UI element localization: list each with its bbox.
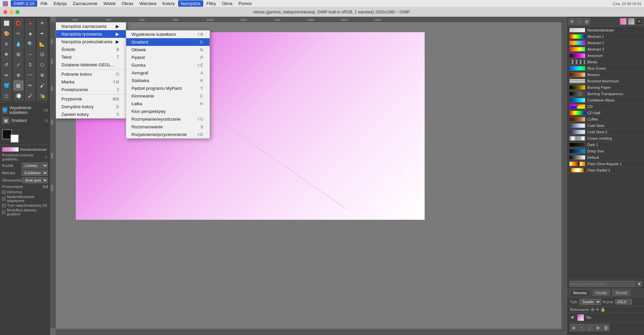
- repeat-select[interactable]: Brak (poszerzenie) Odbicie Sawtooth Wave: [22, 177, 48, 183]
- lock-position-icon[interactable]: ✢: [596, 307, 599, 312]
- foreground-select-tool[interactable]: ◈: [25, 28, 35, 39]
- menu-zamien-kolory[interactable]: Zamień kolory X: [56, 111, 126, 118]
- ink-tool[interactable]: 🖋: [25, 91, 35, 101]
- layer-delete-btn[interactable]: 🗑: [602, 324, 609, 331]
- perspective-tool[interactable]: ⬡: [37, 60, 47, 70]
- gradient-list-item[interactable]: Deep Sea: [567, 148, 644, 154]
- submenu-klonowanie[interactable]: Klonowanie C: [126, 92, 210, 100]
- transform-tool[interactable]: ↔: [25, 49, 35, 59]
- layer-visibility-icon[interactable]: 👁: [570, 315, 575, 320]
- eraser-tool[interactable]: ◻: [1, 91, 11, 101]
- flip-tool[interactable]: ⇔: [1, 70, 11, 80]
- paintbrush-tool[interactable]: 🖌: [37, 80, 47, 90]
- tag-input[interactable]: [569, 281, 635, 287]
- menu-okna[interactable]: Okna: [219, 0, 235, 7]
- submenu-aerograf[interactable]: Aerograf A: [126, 69, 210, 77]
- layer-lower-btn[interactable]: ↓: [586, 324, 593, 331]
- maximize-button[interactable]: [15, 10, 19, 14]
- ellipse-select-tool[interactable]: ⭕: [13, 18, 23, 28]
- menu-plik[interactable]: Plik: [38, 0, 50, 7]
- text-tool[interactable]: A: [1, 39, 11, 49]
- menu-przybornik[interactable]: Przybornik ⌘B: [56, 95, 126, 103]
- pencil-tool[interactable]: ✏: [25, 80, 35, 90]
- free-select-tool[interactable]: 🔺: [25, 18, 35, 28]
- gradient-list-item[interactable]: Coffee: [567, 116, 644, 123]
- submenu-rozjasnienie[interactable]: Rozjaśnienie/przyciemnienie ⇧D: [126, 131, 210, 138]
- mypaint-brush-tool[interactable]: 🎭: [37, 91, 47, 101]
- submenu-mypaint[interactable]: Pędzel programu MyPaint Y: [126, 84, 210, 92]
- submenu-gradient[interactable]: Gradient G: [126, 38, 210, 46]
- gradient-list-item[interactable]: CD: [567, 104, 644, 110]
- menu-narzedzia-rysowania[interactable]: Narzędzia rysowania ▶ Wypełnienie kubełk…: [56, 30, 126, 38]
- menu-sciezki[interactable]: Ścieżki B: [56, 46, 126, 53]
- layer-mode-select[interactable]: Zwykłe: [579, 299, 601, 305]
- gradient-list-item[interactable]: Buming Transparency: [567, 91, 644, 97]
- metric-select[interactable]: Euklidean: [21, 170, 48, 176]
- menu-gegl[interactable]: Działanie biblioteki GEGL...: [56, 61, 126, 69]
- gradient-list-item[interactable]: Default: [567, 154, 644, 161]
- menu-pobranie-koloru[interactable]: Pobranie koloru O: [56, 70, 126, 78]
- gradient-list-item[interactable]: Aneurism: [567, 53, 644, 59]
- tag-expand-btn[interactable]: ▼: [637, 281, 642, 286]
- scrollbar-horizontal[interactable]: [56, 330, 567, 335]
- menu-powiekszenie[interactable]: Powiększenie Z: [56, 86, 126, 93]
- align-tool[interactable]: ⊞: [13, 49, 23, 59]
- adaptive-checkbox[interactable]: [2, 197, 5, 201]
- close-swatch[interactable]: ✕: [636, 18, 643, 25]
- paths-tool[interactable]: ✒: [37, 28, 47, 39]
- lock-all-icon[interactable]: 🔒: [600, 307, 605, 312]
- panel-btn-3[interactable]: ▤: [583, 18, 590, 25]
- submenu-pedzel[interactable]: Pędzel P: [126, 54, 210, 61]
- layer-raise-btn[interactable]: ↑: [578, 324, 585, 331]
- gradient-list-item[interactable]: CD Half: [567, 110, 644, 116]
- menu-kolory[interactable]: Kolory: [160, 0, 177, 7]
- zoom-tool[interactable]: 🔍: [25, 39, 35, 49]
- modify-checkbox[interactable]: [2, 210, 5, 214]
- gradient-list-item[interactable]: Abstract 1: [567, 34, 644, 40]
- tab-warstwy[interactable]: Warstwy: [570, 290, 590, 296]
- menu-edycja[interactable]: Edycja: [51, 0, 69, 7]
- gradient-swatch[interactable]: [2, 147, 19, 152]
- submenu-gumka[interactable]: Gumka ⇧E: [126, 61, 210, 69]
- menu-filtry[interactable]: Filtry: [204, 0, 219, 7]
- move-tool[interactable]: ✥: [1, 49, 11, 59]
- menu-zaznaczenie[interactable]: Zaznaczenie: [70, 0, 100, 7]
- scissors-select-tool[interactable]: ✂: [13, 28, 23, 39]
- shear-tool[interactable]: ⧮: [25, 60, 35, 70]
- panel-btn-2[interactable]: □: [576, 18, 583, 25]
- dithering-checkbox[interactable]: [2, 190, 6, 194]
- gradient-list-item[interactable]: Abstract 3: [567, 46, 644, 53]
- menu-warstwa[interactable]: Warstwa: [137, 0, 159, 7]
- gradient-list-item[interactable]: Cold Steel 2: [567, 129, 644, 135]
- handle-transform-tool[interactable]: ⊕: [37, 70, 47, 80]
- scrollbar-vertical[interactable]: [561, 22, 567, 330]
- menu-pomoc[interactable]: Pomoc: [236, 0, 255, 7]
- gradient-list-item[interactable]: Niestandardowe: [567, 27, 644, 34]
- cage-transform-tool[interactable]: ⊗: [13, 70, 23, 80]
- instant-checkbox[interactable]: [2, 204, 6, 207]
- lock-pixel-icon[interactable]: ⊞: [591, 307, 594, 312]
- menu-miarka[interactable]: Miarka ⇧M: [56, 78, 126, 86]
- submenu-stalowka[interactable]: Stalówka K: [126, 77, 210, 84]
- canvas-content[interactable]: + + Narzędzia zaznaczania ▶ Narzędzia ry…: [56, 22, 567, 328]
- tab-sciezki[interactable]: Ścieżki: [612, 290, 630, 296]
- gradient-list-item[interactable]: Crown molding: [567, 135, 644, 142]
- gradient-list-item[interactable]: Caribbean Blues: [567, 97, 644, 104]
- measure-tool[interactable]: 📐: [37, 39, 47, 49]
- layer-duplicate-btn[interactable]: ⊗: [594, 324, 601, 331]
- gradient-list-item[interactable]: Abstract 2: [567, 40, 644, 46]
- airbrush-tool[interactable]: 💨: [13, 91, 23, 101]
- menu-tekst[interactable]: Tekst T: [56, 53, 126, 61]
- submenu-rozmywanie[interactable]: Rozmywanie/wyostrzanie ⇧U: [126, 115, 210, 123]
- submenu-rozsmarowanie[interactable]: Rozsmarowanie S: [126, 123, 210, 131]
- gradients-list[interactable]: NiestandardoweAbstract 1Abstract 2Abstra…: [567, 26, 644, 279]
- gradient-list-item[interactable]: Dark 1: [567, 142, 644, 148]
- gradient-list-item[interactable]: Flare Radial 1: [567, 167, 644, 174]
- layer-opacity-input[interactable]: [615, 299, 632, 305]
- gradient-list-item[interactable]: Blue Green: [567, 65, 644, 72]
- menu-narzedzia[interactable]: Narzędzia: [178, 0, 203, 7]
- menu-narzedzia-zaznaczania[interactable]: Narzędzia zaznaczania ▶: [56, 22, 126, 30]
- gradient-list-item[interactable]: Buming Paper: [567, 84, 644, 91]
- color-picker-tool[interactable]: 💧: [13, 39, 23, 49]
- gradient-list-item[interactable]: Blinds: [567, 59, 644, 65]
